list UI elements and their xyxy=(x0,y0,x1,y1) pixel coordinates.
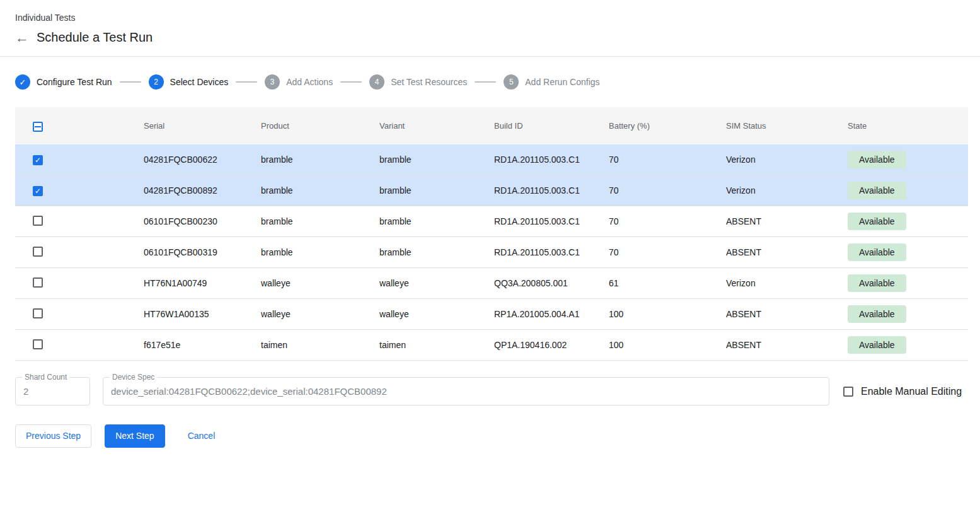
cell-sim-status: ABSENT xyxy=(726,247,848,257)
row-checkbox[interactable] xyxy=(33,277,43,288)
step-circle-icon: 2 xyxy=(149,74,164,90)
step-circle-icon: 4 xyxy=(369,74,384,90)
enable-manual-editing-label: Enable Manual Editing xyxy=(861,386,962,397)
state-badge: Available xyxy=(848,243,906,261)
table-row[interactable]: f617e51e taimen taimen QP1A.190416.002 1… xyxy=(15,330,968,361)
cell-sim-status: Verizon xyxy=(726,185,848,195)
cell-battery: 70 xyxy=(609,216,726,226)
cell-serial: HT76W1A00135 xyxy=(144,309,261,319)
step-label: Add Actions xyxy=(286,77,333,87)
cell-sim-status: Verizon xyxy=(726,155,848,165)
row-checkbox[interactable] xyxy=(33,155,43,165)
step-label: Add Rerun Configs xyxy=(525,77,599,87)
actions-row: Previous Step Next Step Cancel xyxy=(15,424,965,448)
device-spec-value: device_serial:04281FQCB00622;device_seri… xyxy=(103,386,395,397)
table-row[interactable]: HT76W1A00135 walleye walleye RP1A.201005… xyxy=(15,299,968,330)
cell-serial: 04281FQCB00892 xyxy=(144,185,261,195)
state-badge: Available xyxy=(848,151,906,168)
column-header-serial: Serial xyxy=(144,121,261,131)
cell-battery: 70 xyxy=(609,185,726,195)
cell-product: walleye xyxy=(261,278,379,288)
stepper: Configure Test Run 2 Select Devices 3 Ad… xyxy=(0,71,980,93)
cell-variant: taimen xyxy=(379,340,494,350)
shard-count-value: 2 xyxy=(16,386,36,397)
table-row[interactable]: 06101FQCB00230 bramble bramble RD1A.2011… xyxy=(15,206,968,237)
cell-variant: bramble xyxy=(379,247,494,257)
cell-sim-status: ABSENT xyxy=(726,216,848,226)
cell-variant: bramble xyxy=(379,216,494,226)
cell-build-id: RD1A.201105.003.C1 xyxy=(494,155,609,165)
cell-build-id: RD1A.201105.003.C1 xyxy=(494,247,609,257)
table-row[interactable]: 04281FQCB00622 bramble bramble RD1A.2011… xyxy=(15,144,968,175)
cell-product: taimen xyxy=(261,340,379,350)
stepper-step-3[interactable]: 3 Add Actions xyxy=(265,74,333,90)
cell-battery: 100 xyxy=(609,309,726,319)
state-badge: Available xyxy=(848,274,906,292)
table-body: 04281FQCB00622 bramble bramble RD1A.2011… xyxy=(15,144,968,361)
cell-build-id: QP1A.190416.002 xyxy=(494,340,609,350)
cell-build-id: RD1A.201105.003.C1 xyxy=(494,185,609,195)
page-title: Schedule a Test Run xyxy=(37,30,153,45)
row-checkbox[interactable] xyxy=(33,308,43,318)
column-header-variant: Variant xyxy=(379,121,494,131)
cell-product: walleye xyxy=(261,309,379,319)
state-badge: Available xyxy=(848,336,906,354)
cancel-button[interactable]: Cancel xyxy=(178,425,226,447)
cell-sim-status: ABSENT xyxy=(726,309,848,319)
table-header-row: Serial Product Variant Build ID Battery … xyxy=(15,107,968,144)
cell-variant: walleye xyxy=(379,309,494,319)
cell-variant: bramble xyxy=(379,155,494,165)
previous-step-button[interactable]: Previous Step xyxy=(15,424,91,448)
device-spec-label: Device Spec xyxy=(110,373,157,382)
column-header-battery: Battery (%) xyxy=(609,121,726,131)
cell-battery: 70 xyxy=(609,155,726,165)
stepper-step-4[interactable]: 4 Set Test Resources xyxy=(369,74,467,90)
row-checkbox[interactable] xyxy=(33,216,43,226)
cell-battery: 100 xyxy=(609,340,726,350)
step-label: Set Test Resources xyxy=(391,77,467,87)
shard-count-field[interactable]: Shard Count 2 xyxy=(15,377,90,406)
column-header-state: State xyxy=(848,121,968,131)
table-row[interactable]: 06101FQCB00319 bramble bramble RD1A.2011… xyxy=(15,237,968,268)
stepper-connector xyxy=(340,81,362,83)
cell-product: bramble xyxy=(261,247,379,257)
table-row[interactable]: HT76N1A00749 walleye walleye QQ3A.200805… xyxy=(15,268,968,299)
stepper-step-1[interactable]: Configure Test Run xyxy=(15,74,112,90)
cell-serial: 06101FQCB00319 xyxy=(144,247,261,257)
stepper-connector xyxy=(236,81,257,83)
column-header-product: Product xyxy=(261,121,379,131)
stepper-connector xyxy=(475,81,496,83)
cell-variant: walleye xyxy=(379,278,494,288)
select-all-checkbox[interactable] xyxy=(33,122,43,132)
cell-build-id: RP1A.201005.004.A1 xyxy=(494,309,609,319)
device-spec-field[interactable]: Device Spec device_serial:04281FQCB00622… xyxy=(103,377,829,406)
cell-serial: 06101FQCB00230 xyxy=(144,216,261,226)
cell-sim-status: ABSENT xyxy=(726,340,848,350)
cell-battery: 70 xyxy=(609,247,726,257)
table-row[interactable]: 04281FQCB00892 bramble bramble RD1A.2011… xyxy=(15,175,968,206)
row-checkbox[interactable] xyxy=(33,247,43,257)
row-checkbox[interactable] xyxy=(33,186,43,196)
state-badge: Available xyxy=(848,182,906,199)
enable-manual-editing[interactable]: Enable Manual Editing xyxy=(843,386,962,397)
fields-row: Shard Count 2 Device Spec device_serial:… xyxy=(15,377,965,406)
cell-build-id: QQ3A.200805.001 xyxy=(494,278,609,288)
state-badge: Available xyxy=(848,213,906,230)
stepper-step-5[interactable]: 5 Add Rerun Configs xyxy=(504,74,599,90)
device-table: Serial Product Variant Build ID Battery … xyxy=(15,107,968,361)
shard-count-label: Shard Count xyxy=(22,373,69,382)
back-arrow-icon[interactable]: ← xyxy=(15,31,33,45)
row-checkbox[interactable] xyxy=(33,339,43,349)
cell-sim-status: Verizon xyxy=(726,278,848,288)
cell-product: bramble xyxy=(261,155,379,165)
column-header-build-id: Build ID xyxy=(494,121,609,131)
cell-variant: bramble xyxy=(379,185,494,195)
enable-manual-editing-checkbox[interactable] xyxy=(843,387,853,397)
cell-serial: f617e51e xyxy=(144,340,261,350)
cell-serial: HT76N1A00749 xyxy=(144,278,261,288)
step-circle-icon: 5 xyxy=(504,74,519,90)
stepper-step-2[interactable]: 2 Select Devices xyxy=(149,74,229,90)
cell-serial: 04281FQCB00622 xyxy=(144,155,261,165)
next-step-button[interactable]: Next Step xyxy=(105,424,164,448)
cell-product: bramble xyxy=(261,185,379,195)
